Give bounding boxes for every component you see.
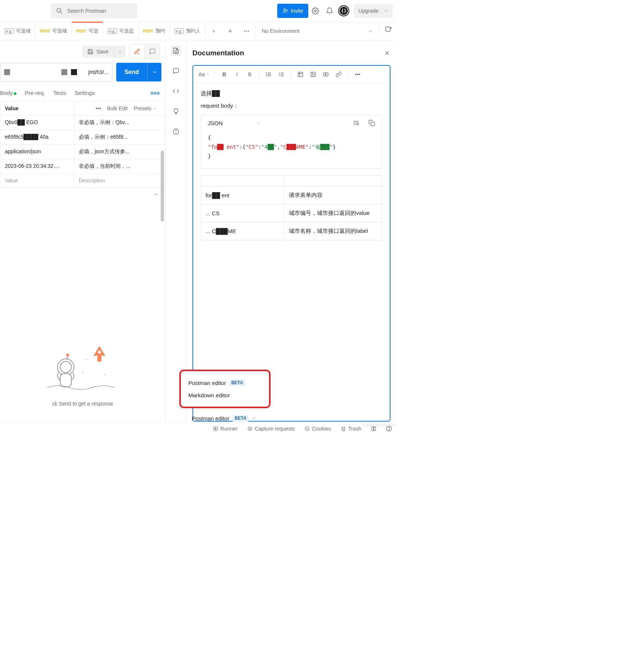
tab-2[interactable]: POST可选 [72, 22, 103, 40]
toolbar-more-icon[interactable]: ••• [353, 70, 362, 79]
strike-icon[interactable]: S [245, 70, 254, 79]
svg-rect-38 [298, 72, 303, 77]
bold-icon[interactable]: B [219, 70, 229, 79]
bell-icon[interactable] [322, 4, 337, 18]
cookies-button[interactable]: Cookies [305, 426, 331, 432]
editor-dropdown[interactable]: Postman editor BETA [192, 415, 256, 422]
params-table: Value ••• Bulk Edit Presets Qbv0██ EGO非必… [0, 101, 165, 188]
tab-3[interactable]: e.g.可选监 [103, 22, 139, 40]
table-row: ... CS城市编号，城市接口返回的value [201, 204, 382, 222]
header-value: Value [0, 102, 74, 115]
svg-point-32 [266, 73, 266, 73]
code-icon[interactable] [171, 86, 181, 96]
svg-rect-15 [60, 374, 71, 387]
presets-button[interactable]: Presets [134, 105, 157, 111]
chevron-down-icon[interactable] [256, 121, 261, 125]
url-input[interactable]: jmt/h3/... [0, 63, 112, 81]
svg-point-58 [389, 429, 389, 430]
avatar[interactable] [337, 4, 351, 18]
subtab-tests[interactable]: Tests [53, 90, 66, 96]
svg-rect-47 [371, 122, 375, 126]
edit-icon[interactable] [130, 44, 145, 59]
tab-5[interactable]: e.g.预约人 [170, 22, 206, 40]
wrap-icon[interactable] [353, 120, 359, 126]
svg-point-53 [306, 428, 307, 428]
invite-icon [282, 8, 288, 14]
settings-icon[interactable] [308, 4, 322, 18]
popup-postman-editor[interactable]: Postman editorBETA [188, 376, 262, 389]
svg-point-51 [248, 426, 252, 431]
bulk-edit-button[interactable]: Bulk Edit [107, 105, 127, 111]
subtab-body[interactable]: Body [0, 90, 16, 96]
tabs-next-icon[interactable] [206, 24, 222, 38]
subtab-settings[interactable]: Settings [74, 90, 95, 96]
image-icon[interactable] [308, 70, 318, 79]
text-style-dropdown[interactable]: Aa [198, 70, 210, 79]
svg-line-1 [60, 12, 62, 13]
capture-button[interactable]: Capture requests [247, 426, 295, 432]
invite-button[interactable]: Invite [277, 4, 308, 18]
right-sidebar [166, 40, 186, 422]
new-tab-icon[interactable] [222, 24, 238, 38]
svg-point-54 [308, 429, 308, 429]
save-dropdown[interactable] [114, 46, 126, 58]
svg-point-0 [57, 8, 61, 12]
lightbulb-icon[interactable] [171, 106, 181, 117]
empty-hint: ck Send to get a response [52, 401, 113, 407]
tab-4[interactable]: POST预约 [139, 22, 170, 40]
main-area: Save jmt/h3/... Send [0, 40, 397, 422]
table-row: for██ ent请求表单内容 [201, 186, 382, 204]
doc-icon[interactable] [171, 46, 181, 56]
bullet-list-icon[interactable] [264, 70, 274, 79]
table-row[interactable]: e65f8c5████ 40a必填，示例：e65f8... [0, 130, 165, 145]
number-list-icon[interactable] [277, 70, 286, 79]
doc-editor[interactable]: Aa B I S ••• 选择██ request body： [192, 65, 390, 422]
send-dropdown[interactable] [147, 63, 161, 81]
svg-point-5 [315, 10, 316, 12]
comment-icon[interactable] [145, 44, 160, 59]
url-text: jmt/h3/... [88, 69, 108, 75]
environment-label: No Environment [262, 28, 299, 34]
video-icon[interactable] [321, 70, 331, 79]
tabs-more-icon[interactable] [238, 24, 255, 38]
env-quicklook-icon[interactable] [379, 22, 397, 36]
close-icon[interactable] [384, 50, 390, 56]
svg-point-2 [284, 9, 285, 11]
subtab-prereq[interactable]: Pre-req. [25, 90, 45, 96]
tab-1[interactable]: POST可选城 [35, 22, 72, 40]
table-row-empty[interactable]: ValueDescription [0, 174, 165, 188]
subtabs-more-icon[interactable]: ooo [151, 90, 160, 96]
scrollbar-thumb[interactable] [161, 151, 164, 222]
request-panel: Save jmt/h3/... Send [0, 40, 166, 422]
popup-markdown-editor[interactable]: Markdown editor [188, 389, 262, 401]
header-more-icon[interactable]: ••• [96, 105, 101, 111]
chevron-down-icon [368, 29, 373, 33]
table-icon[interactable] [296, 70, 305, 79]
doc-title: Documentation [192, 49, 244, 57]
comments-icon[interactable] [171, 66, 181, 76]
environment-selector[interactable]: No Environment [255, 22, 379, 40]
save-icon [87, 49, 93, 55]
svg-point-26 [176, 130, 176, 131]
doc-table: for██ ent请求表单内容 ... CS城市编号，城市接口返回的value … [201, 175, 382, 240]
svg-point-33 [266, 74, 266, 74]
watermark: CSDN@scorpion [363, 422, 394, 427]
upgrade-button[interactable]: Upgrade [354, 4, 393, 18]
trash-button[interactable]: Trash [341, 426, 361, 432]
table-row[interactable]: application/json必填，json方式传参... [0, 145, 165, 159]
tab-0[interactable]: e.g.可选城 [0, 22, 35, 40]
runner-button[interactable]: Runner [213, 426, 238, 432]
code-lang[interactable]: JSON [208, 120, 223, 126]
svg-rect-56 [374, 426, 376, 431]
save-button[interactable]: Save [82, 46, 114, 58]
link-icon[interactable] [334, 70, 343, 79]
italic-icon[interactable]: I [232, 70, 242, 79]
send-button[interactable]: Send [116, 63, 147, 81]
svg-point-52 [305, 426, 309, 431]
table-row[interactable]: Qbv0██ EGO非必填，示例：Qbv... [0, 115, 165, 130]
search-box[interactable]: Search Postman [51, 3, 137, 18]
response-empty-state: ck Send to get a response [0, 201, 165, 422]
table-row[interactable]: 2023-06-23 20:34:32....非必填，当前时间，... [0, 159, 165, 174]
info-icon[interactable] [171, 126, 181, 137]
copy-icon[interactable] [368, 120, 375, 126]
